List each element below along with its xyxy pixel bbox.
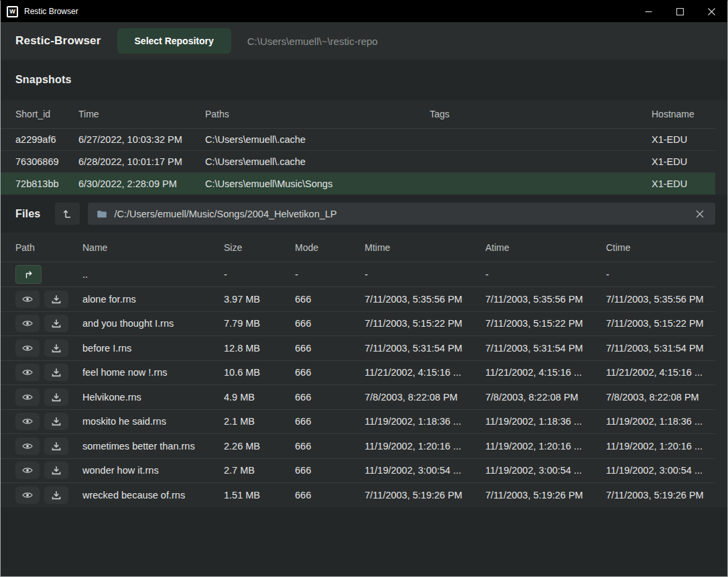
- snapshots-table: Short_idTimePathsTagsHostname a2299af6 6…: [1, 100, 727, 195]
- file-name: alone for.rns: [82, 294, 224, 305]
- snapshots-section-header: Snapshots: [1, 60, 727, 100]
- download-icon: [52, 490, 61, 500]
- close-icon: [708, 8, 715, 15]
- download-icon: [52, 344, 61, 353]
- files-column-header: Size: [224, 242, 295, 253]
- file-size: 10.6 MB: [224, 367, 295, 378]
- close-button[interactable]: [696, 1, 727, 22]
- file-row: wrecked because of.rns 1.51 MB 666 7/11/…: [1, 482, 715, 507]
- file-name: wrecked because of.rns: [82, 490, 224, 501]
- snapshot-paths: C:\Users\emuell\.cache: [205, 134, 430, 145]
- file-atime: 11/19/2002, 3:00:54 ...: [485, 465, 606, 476]
- files-column-header: Name: [82, 242, 224, 253]
- titlebar: W Restic Browser: [1, 1, 727, 22]
- download-file-button[interactable]: [44, 462, 68, 479]
- file-name: Helvikone.rns: [82, 392, 224, 403]
- snapshot-row[interactable]: 76306869 6/28/2022, 10:01:17 PM C:\Users…: [1, 150, 715, 172]
- view-file-button[interactable]: [15, 437, 40, 455]
- snapshot-time: 6/30/2022, 2:28:09 PM: [78, 178, 205, 189]
- snapshot-row[interactable]: a2299af6 6/27/2022, 10:03:32 PM C:\Users…: [1, 128, 715, 150]
- file-size: 7.79 MB: [224, 318, 295, 329]
- files-column-header: Mode: [295, 242, 365, 253]
- file-ctime: 11/19/2002, 1:20:16 ...: [606, 441, 715, 452]
- file-name: feel home now !.rns: [82, 367, 224, 378]
- download-file-button[interactable]: [44, 291, 68, 308]
- snapshot-row[interactable]: 72b813bb 6/30/2022, 2:28:09 PM C:\Users\…: [1, 172, 715, 195]
- parent-directory-row: .. - - - - -: [1, 262, 715, 286]
- file-mtime: 7/11/2003, 5:35:56 PM: [365, 294, 485, 305]
- current-path-text: /C:/Users/emuell/Music/Songs/2004_Helvet…: [114, 209, 337, 219]
- file-atime: -: [485, 269, 606, 280]
- snapshots-column-header: Hostname: [652, 109, 715, 119]
- file-size: 12.8 MB: [224, 343, 295, 354]
- clear-path-button[interactable]: [693, 207, 707, 221]
- download-file-button[interactable]: [44, 388, 68, 406]
- files-column-header: Atime: [485, 242, 606, 253]
- file-atime: 7/8/2003, 8:22:08 PM: [485, 392, 606, 403]
- arrow-up-right-icon: [23, 269, 34, 280]
- download-file-button[interactable]: [44, 413, 68, 430]
- file-row: sometimes better than.rns 2.26 MB 666 11…: [1, 433, 715, 458]
- maximize-button[interactable]: [664, 1, 696, 22]
- current-path-bar[interactable]: /C:/Users/emuell/Music/Songs/2004_Helvet…: [88, 203, 715, 225]
- download-file-button[interactable]: [44, 486, 68, 504]
- file-mtime: 11/21/2002, 4:15:16 ...: [365, 367, 485, 378]
- goto-root-button[interactable]: [55, 203, 80, 225]
- repository-path: C:\Users\emuell\~\restic-repo: [247, 36, 378, 47]
- file-mode: 666: [295, 294, 365, 305]
- download-icon: [52, 392, 61, 402]
- file-row: wonder how it.rns 2.7 MB 666 11/19/2002,…: [1, 458, 715, 483]
- eye-icon: [22, 442, 33, 450]
- download-file-button[interactable]: [44, 364, 68, 381]
- files-title: Files: [15, 208, 40, 220]
- snapshot-short-id: 72b813bb: [15, 178, 78, 189]
- file-name: ..: [82, 269, 224, 280]
- snapshot-hostname: X1-EDU: [652, 156, 715, 167]
- view-file-button[interactable]: [15, 462, 40, 479]
- download-icon: [52, 368, 61, 377]
- file-ctime: 11/19/2002, 1:18:36 ...: [606, 416, 715, 427]
- file-mtime: 11/19/2002, 3:00:54 ...: [365, 465, 485, 476]
- file-ctime: 11/19/2002, 3:00:54 ...: [606, 465, 715, 476]
- file-mode: 666: [295, 367, 365, 378]
- page-title: Restic-Browser: [15, 34, 101, 48]
- select-repository-button[interactable]: Select Repository: [117, 28, 231, 54]
- file-mtime: 7/11/2003, 5:31:54 PM: [365, 343, 485, 354]
- wails-logo-icon: W: [7, 6, 18, 17]
- file-mtime: 11/19/2002, 1:18:36 ...: [365, 416, 485, 427]
- snapshots-column-header: Time: [78, 109, 205, 119]
- file-mode: 666: [295, 465, 365, 476]
- file-size: 4.9 MB: [224, 392, 295, 403]
- minimize-button[interactable]: [633, 1, 664, 22]
- download-file-button[interactable]: [44, 339, 68, 357]
- file-atime: 7/11/2003, 5:19:26 PM: [485, 490, 606, 501]
- file-mtime: 7/11/2003, 5:19:26 PM: [365, 490, 485, 501]
- file-row: feel home now !.rns 10.6 MB 666 11/21/20…: [1, 360, 715, 385]
- view-file-button[interactable]: [15, 413, 40, 430]
- go-up-button[interactable]: [15, 265, 42, 284]
- snapshots-table-header: Short_idTimePathsTagsHostname: [1, 100, 715, 128]
- eye-icon: [22, 344, 33, 352]
- file-size: -: [224, 269, 295, 280]
- files-column-header: Mtime: [365, 242, 485, 253]
- eye-icon: [22, 368, 33, 376]
- file-ctime: 7/11/2003, 5:15:22 PM: [606, 318, 715, 329]
- view-file-button[interactable]: [15, 339, 40, 357]
- file-size: 2.1 MB: [224, 416, 295, 427]
- eye-icon: [22, 466, 33, 474]
- download-file-button[interactable]: [44, 315, 68, 332]
- file-atime: 7/11/2003, 5:31:54 PM: [485, 343, 606, 354]
- download-file-button[interactable]: [44, 437, 68, 455]
- snapshots-column-header: Paths: [205, 109, 430, 119]
- download-icon: [52, 295, 61, 304]
- file-ctime: -: [606, 269, 715, 280]
- file-name: and you thought I.rns: [82, 318, 224, 329]
- view-file-button[interactable]: [15, 486, 40, 504]
- view-file-button[interactable]: [15, 291, 40, 308]
- files-table-header: PathNameSizeModeMtimeAtimeCtime: [1, 233, 715, 262]
- view-file-button[interactable]: [15, 364, 40, 381]
- file-atime: 7/11/2003, 5:15:22 PM: [485, 318, 606, 329]
- view-file-button[interactable]: [15, 315, 40, 332]
- snapshot-paths: C:\Users\emuell\Music\Songs: [205, 178, 430, 189]
- view-file-button[interactable]: [15, 388, 40, 406]
